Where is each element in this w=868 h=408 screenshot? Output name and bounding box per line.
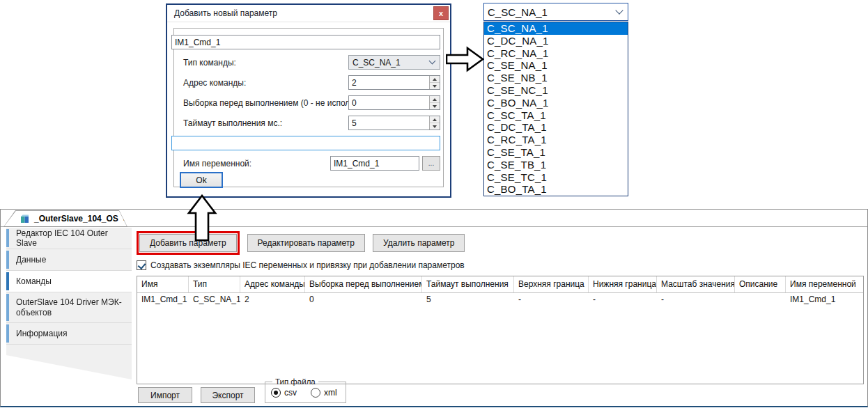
dialog-title: Добавить новый параметр xyxy=(174,8,277,18)
timeout-label: Таймаут выполнения мс.: xyxy=(183,118,282,128)
tab-accent-strip xyxy=(6,324,9,343)
radio-csv-label: csv xyxy=(284,388,297,398)
sidebar-item-information[interactable]: Информация xyxy=(6,323,132,345)
dropdown-item[interactable]: C_RC_TA_1 xyxy=(484,134,628,146)
chevron-down-icon xyxy=(615,6,623,14)
dropdown-item[interactable]: C_DC_TA_1 xyxy=(484,121,628,134)
command-type-dropdown: C_SC_NA_1 C_SC_NA_1 C_DC_NA_1 C_RC_NA_1 … xyxy=(483,3,628,196)
spin-up-button[interactable] xyxy=(430,96,440,103)
select-before-execute-stepper xyxy=(348,95,440,110)
arrow-up-icon xyxy=(433,118,437,121)
column-header[interactable]: Описание xyxy=(735,276,786,292)
dropdown-item[interactable]: C_SE_NA_1 xyxy=(484,59,628,72)
dialog-titlebar[interactable]: Добавить новый параметр x xyxy=(167,5,450,22)
checkbox-checked-icon[interactable] xyxy=(137,260,146,270)
sidebar-item-editor[interactable]: Редактор IEC 104 Outer Slave xyxy=(6,228,132,249)
column-header[interactable]: Верхняя граница xyxy=(514,276,589,292)
radio-xml[interactable]: xml xyxy=(311,388,337,398)
command-type-select[interactable]: C_SC_NA_1 xyxy=(348,55,440,70)
add-parameter-dialog: Добавить новый параметр x Имя: Тип коман… xyxy=(166,3,451,198)
tab-label: _OuterSlave_104_OS xyxy=(34,214,118,223)
variable-name-input[interactable] xyxy=(330,156,419,171)
command-address-label: Адрес команды: xyxy=(183,78,246,88)
dropdown-item[interactable]: C_BO_NA_1 xyxy=(484,97,628,109)
description-input[interactable] xyxy=(171,136,440,150)
dropdown-item[interactable]: C_SC_NA_1 xyxy=(484,22,628,35)
dropdown-item[interactable]: C_SE_TB_1 xyxy=(484,159,628,171)
tab-close-icon[interactable]: × xyxy=(123,214,128,223)
spin-down-button[interactable] xyxy=(430,103,440,109)
delete-parameter-button[interactable]: Удалить параметр xyxy=(373,234,465,252)
table-cell: IM1_Cmd_1 xyxy=(137,293,189,307)
stepper-buttons xyxy=(429,116,440,130)
stepper-buttons xyxy=(429,96,440,109)
spin-down-button[interactable] xyxy=(430,123,440,130)
filetype-radios: csv xml xyxy=(271,388,337,398)
dropdown-item[interactable]: C_BO_TA_1 xyxy=(484,183,628,196)
timeout-input[interactable] xyxy=(348,116,440,130)
import-button[interactable]: Импорт xyxy=(138,387,192,403)
radio-unselected-icon[interactable] xyxy=(311,388,320,398)
dialog-close-button[interactable]: x xyxy=(433,6,449,20)
dropdown-item[interactable]: C_SE_TC_1 xyxy=(484,171,628,184)
radio-selected-icon[interactable] xyxy=(271,388,281,398)
command-address-input[interactable] xyxy=(348,75,440,90)
export-button[interactable]: Экспорт xyxy=(201,387,255,403)
sidebar-item-label: Команды xyxy=(16,276,52,286)
dropdown-item[interactable]: C_SE_NB_1 xyxy=(484,72,628,84)
variable-name-label: Имя переменной: xyxy=(183,159,251,168)
sidebar-item-commands[interactable]: Команды xyxy=(6,271,132,292)
tab-content: _OuterSlave_104_OS × xyxy=(3,210,127,227)
select-before-execute-input[interactable] xyxy=(348,95,440,110)
sidebar-item-label: OuterSlave 104 Driver МЭК-объектов xyxy=(16,297,127,318)
import-export-bar: Импорт Экспорт Тип файла csv xml xyxy=(138,377,346,403)
close-icon: x xyxy=(439,10,443,17)
dropdown-item[interactable]: C_DC_NA_1 xyxy=(484,35,628,47)
field-row-command-type: Тип команды: C_SC_NA_1 xyxy=(174,52,443,72)
dropdown-header[interactable]: C_SC_NA_1 xyxy=(483,3,628,21)
table-cell: IM1_Cmd_1 xyxy=(786,293,863,307)
column-header[interactable]: Масштаб значения xyxy=(657,276,735,292)
table-row[interactable]: IM1_Cmd_1 C_SC_NA_1 2 0 5 - - - IM1_Cmd_… xyxy=(137,293,863,307)
column-header[interactable]: Имя переменной xyxy=(786,276,863,292)
column-header[interactable]: Таймаут выполнения xyxy=(422,276,514,292)
tab-accent-strip xyxy=(6,294,9,321)
name-input[interactable] xyxy=(171,35,440,49)
tab-outerslave-104-os[interactable]: _OuterSlave_104_OS × xyxy=(3,210,127,227)
arrow-up-icon xyxy=(433,78,437,81)
filetype-group: Тип файла csv xml xyxy=(265,377,346,403)
table-cell: C_SC_NA_1 xyxy=(189,293,240,307)
dropdown-list: C_SC_NA_1 C_DC_NA_1 C_RC_NA_1 C_SE_NA_1 … xyxy=(483,22,628,196)
ok-button[interactable]: Ok xyxy=(180,172,223,188)
dropdown-item[interactable]: C_SC_TA_1 xyxy=(484,109,628,122)
sidebar-item-data[interactable]: Данные xyxy=(6,249,132,271)
spin-down-button[interactable] xyxy=(430,83,440,89)
sidebar-item-driver-objects[interactable]: OuterSlave 104 Driver МЭК-объектов xyxy=(6,292,132,323)
screenshot-canvas: Добавить новый параметр x Имя: Тип коман… xyxy=(0,0,868,408)
table-cell xyxy=(735,293,786,307)
radio-csv[interactable]: csv xyxy=(271,388,297,398)
dropdown-item[interactable]: C_RC_NA_1 xyxy=(484,47,628,60)
radio-xml-label: xml xyxy=(324,388,337,398)
command-type-label: Тип команды: xyxy=(183,58,236,68)
filetype-legend: Тип файла xyxy=(272,377,318,386)
window-body: Редактор IEC 104 Outer Slave Данные Кома… xyxy=(1,227,867,407)
dropdown-item[interactable]: C_SE_TA_1 xyxy=(484,146,628,159)
parameters-table: Имя Тип Адрес команды Выборка перед выпо… xyxy=(137,276,864,384)
browse-button[interactable]: ... xyxy=(422,156,440,171)
column-header[interactable]: Тип xyxy=(189,276,240,292)
sidebar-item-label: Информация xyxy=(16,329,67,338)
sidebar: Редактор IEC 104 Outer Slave Данные Кома… xyxy=(6,228,132,379)
dropdown-item[interactable]: C_SE_NC_1 xyxy=(484,84,628,97)
column-header[interactable]: Нижняя граница xyxy=(589,276,657,292)
stepper-buttons xyxy=(429,76,440,89)
column-header[interactable]: Выборка перед выполнением xyxy=(305,276,422,292)
table-cell: 0 xyxy=(305,293,422,307)
column-header[interactable]: Имя xyxy=(137,276,189,292)
create-iec-variables-checkbox-row[interactable]: Создавать экземпляры IEC переменных и пр… xyxy=(137,260,465,270)
arrow-down-icon xyxy=(433,125,437,128)
spin-up-button[interactable] xyxy=(430,76,440,83)
edit-parameter-button[interactable]: Редактировать параметр xyxy=(247,234,365,252)
column-header[interactable]: Адрес команды xyxy=(240,276,305,292)
spin-up-button[interactable] xyxy=(430,116,440,123)
